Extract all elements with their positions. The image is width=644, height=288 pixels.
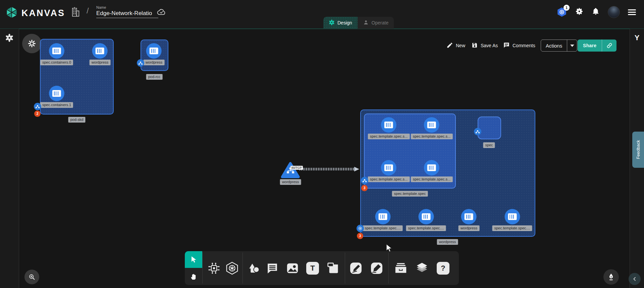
toolbar-divider bbox=[345, 253, 345, 284]
image-tool-button[interactable] bbox=[285, 261, 300, 275]
node-label: spec.containers.0 bbox=[40, 60, 73, 65]
breadcrumb-separator: / bbox=[87, 6, 89, 15]
container-node[interactable]: spec.template.spec.s... bbox=[368, 117, 410, 139]
container-icon bbox=[49, 43, 64, 59]
container-node[interactable]: spec.containers.1 bbox=[40, 86, 73, 108]
node-label: spec.template.spec.s... bbox=[368, 134, 410, 139]
actions-label[interactable]: Actions bbox=[541, 43, 567, 49]
component-tool-button[interactable] bbox=[207, 261, 221, 275]
user-avatar[interactable] bbox=[608, 6, 620, 18]
notifications-bell-icon[interactable] bbox=[592, 7, 600, 17]
note-icon bbox=[326, 261, 340, 275]
layers-tool-button[interactable] bbox=[415, 261, 429, 275]
container-icon bbox=[504, 209, 520, 224]
select-tool-button[interactable] bbox=[185, 251, 202, 268]
share-label[interactable]: Share bbox=[578, 43, 602, 48]
count-badge[interactable]: 2 bbox=[34, 111, 41, 117]
meshery-spiral-icon[interactable] bbox=[5, 33, 14, 44]
comment-icon bbox=[266, 262, 279, 275]
kubernetes-badge[interactable] bbox=[357, 225, 364, 232]
new-label: New bbox=[456, 43, 465, 48]
cluster-node[interactable] bbox=[22, 34, 42, 53]
note-tool-button[interactable] bbox=[326, 261, 340, 275]
count-badge[interactable]: 3 bbox=[357, 233, 363, 239]
relationship-badge[interactable] bbox=[137, 59, 144, 67]
tab-operate[interactable]: Operate bbox=[358, 17, 394, 29]
container-node[interactable]: spec.template.spec.... bbox=[363, 209, 403, 231]
comment-tool-button[interactable] bbox=[266, 262, 279, 275]
comments-button[interactable]: Comments bbox=[503, 40, 535, 52]
share-button[interactable]: Share bbox=[578, 40, 616, 52]
canvas-toolbar: T bbox=[185, 251, 459, 285]
drawer-tool-button[interactable] bbox=[394, 261, 408, 275]
save-floppy-icon bbox=[471, 42, 478, 50]
sitemap-icon bbox=[36, 105, 40, 109]
chevron-down-icon bbox=[570, 45, 574, 47]
service-edge[interactable] bbox=[300, 168, 354, 170]
kubernetes-count-badge: 1 bbox=[564, 5, 570, 11]
feedback-tab[interactable]: Feedback bbox=[632, 132, 644, 168]
container-node[interactable]: spec.template.spec.s... bbox=[368, 160, 410, 182]
toolbar-divider bbox=[243, 253, 243, 284]
ink-pen-button[interactable] bbox=[603, 269, 619, 285]
name-field-value[interactable]: Edge-Network-Relatio bbox=[96, 10, 158, 18]
container-node[interactable]: spec.template.spec.s... bbox=[411, 160, 453, 182]
container-node[interactable]: spec.containers.0 bbox=[40, 43, 73, 65]
edge-port-label: 80/TCP bbox=[290, 166, 303, 170]
relationship-badge[interactable] bbox=[474, 128, 481, 135]
toolbar-divider bbox=[202, 253, 203, 284]
tab-operate-label: Operate bbox=[372, 20, 389, 25]
group-label: wordpress bbox=[437, 239, 458, 245]
node-label: spec.template.spec.... bbox=[492, 225, 532, 231]
container-node[interactable]: spec.template.spec.... bbox=[492, 209, 532, 231]
shapes-tool-button[interactable] bbox=[247, 261, 261, 275]
actions-caret-button[interactable] bbox=[567, 40, 577, 52]
node-label: spec.template.spec.... bbox=[363, 225, 403, 231]
header-divider bbox=[0, 28, 644, 29]
hierarchy-y-icon[interactable]: Y bbox=[630, 33, 644, 42]
asterisk-icon bbox=[28, 39, 36, 48]
comments-label: Comments bbox=[513, 43, 535, 48]
shapes-icon bbox=[247, 261, 261, 275]
spec-node[interactable] bbox=[478, 117, 501, 139]
feedback-label: Feedback bbox=[636, 140, 641, 159]
service-node[interactable]: wordpress bbox=[280, 162, 301, 185]
node-label: spec.template.spec.s... bbox=[411, 176, 453, 182]
relationship-badge[interactable] bbox=[361, 177, 368, 184]
container-node[interactable]: wordpress bbox=[144, 43, 165, 65]
app-logo[interactable]: KANVAS bbox=[5, 6, 65, 20]
container-node[interactable]: wordpress bbox=[90, 43, 111, 65]
container-icon bbox=[424, 117, 439, 133]
pen-tool-button[interactable] bbox=[349, 261, 363, 275]
pencil-scribble-icon bbox=[370, 261, 384, 275]
help-tool-button[interactable]: ? bbox=[437, 262, 449, 275]
text-tool-button[interactable]: T bbox=[306, 262, 319, 275]
kubernetes-context-button[interactable]: 1 bbox=[557, 7, 567, 17]
design-name-field[interactable]: Name Edge-Network-Relatio bbox=[96, 5, 158, 18]
container-icon bbox=[146, 43, 162, 59]
magnifier-plus-icon bbox=[28, 273, 36, 281]
expand-right-panel-button[interactable] bbox=[629, 273, 641, 285]
relationship-badge[interactable] bbox=[34, 103, 41, 110]
organization-icon[interactable] bbox=[70, 7, 80, 19]
zoom-button[interactable] bbox=[24, 270, 39, 284]
copy-link-button[interactable] bbox=[602, 40, 616, 52]
logo-wordmark: KANVAS bbox=[21, 8, 65, 18]
count-badge[interactable]: 3 bbox=[361, 185, 368, 191]
settings-gear-icon[interactable] bbox=[575, 7, 584, 17]
chevron-left-icon bbox=[632, 276, 637, 282]
save-as-button[interactable]: Save As bbox=[471, 40, 498, 52]
hamburger-menu-icon[interactable] bbox=[628, 9, 636, 15]
container-node[interactable]: spec.template.spec.... bbox=[406, 209, 446, 231]
container-node[interactable]: spec.template.spec.s... bbox=[411, 117, 453, 139]
freehand-tool-button[interactable] bbox=[370, 261, 384, 275]
actions-dropdown[interactable]: Actions bbox=[541, 40, 577, 52]
node-label: spec.template.spec.... bbox=[406, 225, 446, 231]
tab-design[interactable]: Design bbox=[323, 17, 358, 29]
new-button[interactable]: New bbox=[446, 40, 465, 52]
image-icon bbox=[285, 261, 300, 275]
container-node[interactable]: wordpress bbox=[459, 209, 480, 231]
kubernetes-tool-button[interactable] bbox=[225, 261, 239, 275]
pan-tool-button[interactable] bbox=[185, 268, 202, 285]
edge-arrowhead-icon bbox=[354, 167, 359, 171]
